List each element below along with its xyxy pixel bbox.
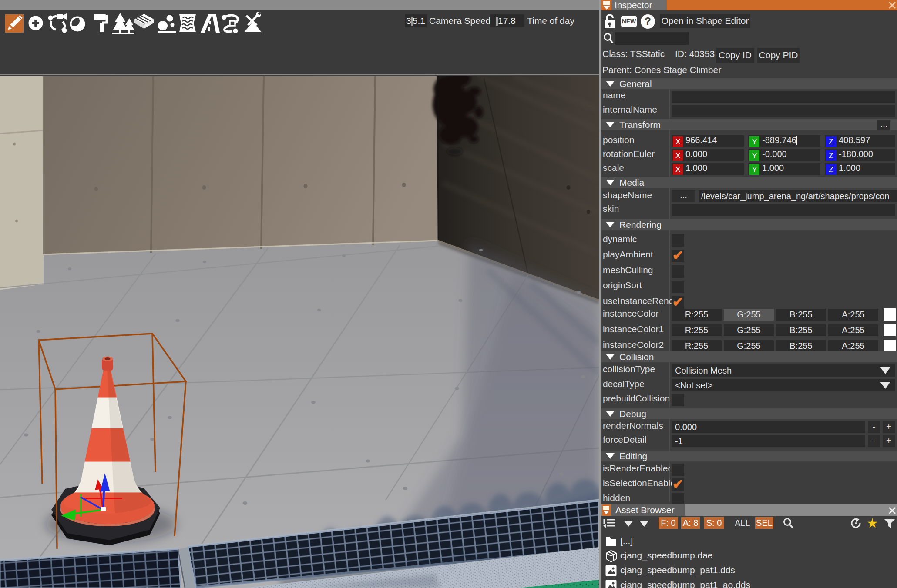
svg-text:★: ★ [867,518,878,529]
